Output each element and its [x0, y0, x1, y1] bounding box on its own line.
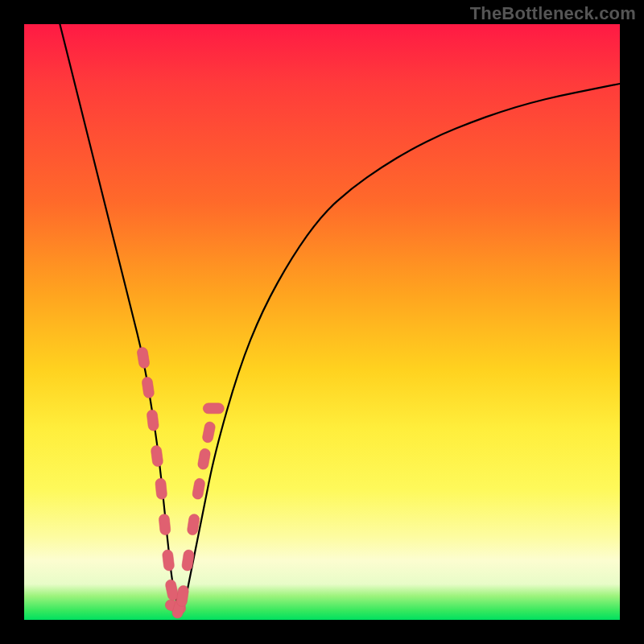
curve-svg: [24, 24, 620, 620]
curve-marker: [147, 409, 159, 431]
curve-marker: [197, 448, 211, 470]
watermark-text: TheBottleneck.com: [470, 3, 636, 24]
curve-marker: [159, 514, 171, 535]
curve-marker: [137, 347, 151, 369]
marker-layer: [137, 347, 225, 620]
curve-marker: [201, 421, 216, 444]
curve-marker: [192, 477, 205, 500]
plot-area: [24, 24, 620, 620]
chart-frame: TheBottleneck.com: [0, 0, 644, 644]
curve-marker: [142, 377, 155, 399]
curve-marker: [151, 445, 163, 467]
curve-marker: [155, 478, 167, 500]
curve-marker: [175, 585, 189, 608]
curve-marker: [162, 549, 175, 571]
bottleneck-curve: [60, 24, 620, 605]
curve-marker: [203, 403, 224, 414]
